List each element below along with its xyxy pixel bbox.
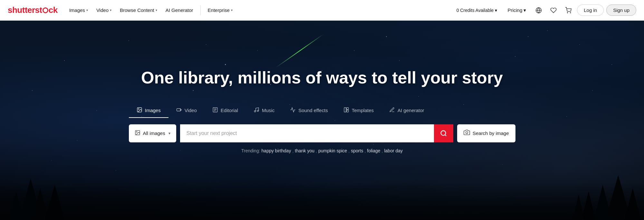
tab-video[interactable]: Video <box>168 104 205 118</box>
trending-separator: , <box>364 148 366 153</box>
signup-button[interactable]: Sign up <box>606 5 636 16</box>
tab-editorial[interactable]: Editorial <box>205 104 246 118</box>
video-icon <box>176 107 182 114</box>
nav-video[interactable]: Video ▾ <box>92 5 115 15</box>
chevron-down-icon: ▾ <box>156 8 157 12</box>
nav-divider <box>200 5 201 15</box>
search-by-image-label: Search by image <box>473 130 509 136</box>
heart-icon <box>550 7 557 14</box>
cart-icon <box>565 7 572 14</box>
svg-point-2 <box>567 12 568 13</box>
tab-templates[interactable]: Templates <box>336 104 381 118</box>
svg-rect-14 <box>344 108 346 112</box>
trending-link[interactable]: sports <box>351 148 363 153</box>
search-icon <box>440 130 447 137</box>
logo-text: shutterstck <box>8 5 58 15</box>
search-input-wrap <box>180 124 453 142</box>
trending-link[interactable]: labor day <box>384 148 403 153</box>
credits-button[interactable]: 0 Credits Available ▾ <box>453 5 501 15</box>
ai-generator-icon <box>389 107 395 114</box>
search-tabs: ImagesVideoEditorialMusicSound effectsTe… <box>129 104 515 118</box>
svg-point-5 <box>138 109 139 109</box>
tab-music[interactable]: Music <box>246 104 282 118</box>
pricing-button[interactable]: Pricing ▾ <box>504 5 530 16</box>
svg-rect-15 <box>346 108 348 110</box>
navbar: shutterstck Images ▾ Video ▾ Browse Cont… <box>0 0 644 21</box>
trending-link[interactable]: pumpkin spice <box>318 148 347 153</box>
sound-effects-icon <box>290 107 296 114</box>
image-type-icon <box>135 130 140 137</box>
trending-link[interactable]: foliage <box>367 148 380 153</box>
images-icon <box>137 107 142 114</box>
search-by-image-button[interactable]: Search by image <box>457 124 515 142</box>
hero-section: One library, millions of ways to tell yo… <box>0 21 644 220</box>
chevron-down-icon: ▾ <box>524 7 526 13</box>
trending-separator: , <box>316 148 317 153</box>
svg-point-13 <box>257 110 259 112</box>
chevron-down-icon: ▾ <box>110 8 111 12</box>
nav-links: Images ▾ Video ▾ Browse Content ▾ AI Gen… <box>65 5 453 15</box>
tree-silhouettes <box>0 175 644 220</box>
camera-icon <box>464 129 470 137</box>
globe-icon <box>535 7 542 14</box>
search-type-label: All images <box>143 130 165 136</box>
trending-link[interactable]: happy birthday <box>262 148 291 153</box>
search-input[interactable] <box>180 124 453 142</box>
nav-images[interactable]: Images ▾ <box>65 5 92 15</box>
trending-label: Trending: <box>241 148 260 153</box>
tab-ai-generator[interactable]: AI generator <box>381 104 432 118</box>
trending-separator: , <box>382 148 383 153</box>
templates-icon <box>343 107 349 114</box>
nav-browse[interactable]: Browse Content ▾ <box>116 5 161 15</box>
svg-point-12 <box>254 110 256 112</box>
globe-button[interactable] <box>533 4 545 16</box>
music-icon <box>254 107 259 114</box>
nav-enterprise[interactable]: Enterprise ▾ <box>204 5 236 15</box>
svg-rect-6 <box>177 109 180 111</box>
nav-ai[interactable]: AI Generator <box>162 5 197 15</box>
logo[interactable]: shutterstck <box>8 5 58 15</box>
trending-separator: , <box>348 148 350 153</box>
svg-marker-7 <box>180 109 181 111</box>
editorial-icon <box>212 107 218 114</box>
chevron-down-icon: ▾ <box>231 8 233 12</box>
search-type-button[interactable]: All images ▾ <box>129 124 176 142</box>
svg-rect-16 <box>346 110 348 112</box>
svg-point-18 <box>136 131 137 132</box>
tab-images[interactable]: Images <box>129 104 168 118</box>
svg-point-19 <box>441 131 446 136</box>
tab-sound-effects[interactable]: Sound effects <box>282 104 335 118</box>
trending-separator: , <box>292 148 293 153</box>
chevron-down-icon: ▾ <box>86 8 88 12</box>
search-submit-button[interactable] <box>434 124 453 142</box>
logo-icon <box>43 7 48 13</box>
hero-content: One library, millions of ways to tell yo… <box>0 68 644 153</box>
login-button[interactable]: Log in <box>577 5 604 16</box>
chevron-down-icon: ▾ <box>168 131 170 136</box>
svg-point-21 <box>466 132 468 134</box>
trending-link[interactable]: thank you <box>295 148 314 153</box>
wishlist-button[interactable] <box>547 4 560 16</box>
cart-button[interactable] <box>562 4 574 16</box>
trending-row: Trending:happy birthday,thank you,pumpki… <box>241 148 403 153</box>
hero-title: One library, millions of ways to tell yo… <box>141 68 503 88</box>
svg-line-20 <box>445 135 446 136</box>
search-bar-row: All images ▾ <box>129 124 515 142</box>
svg-point-3 <box>570 12 571 13</box>
nav-right: 0 Credits Available ▾ Pricing ▾ Log in S… <box>453 4 636 16</box>
chevron-down-icon: ▾ <box>495 8 497 13</box>
